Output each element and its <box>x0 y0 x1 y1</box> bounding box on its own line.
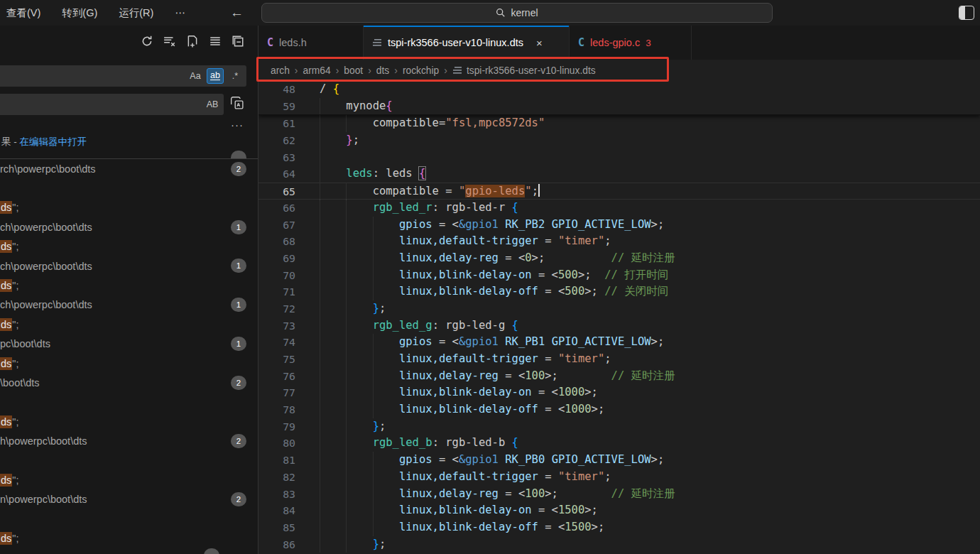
code-token: rgb_led_g <box>373 319 432 332</box>
search-result-match-row[interactable]: ds"; <box>0 354 258 373</box>
command-center-search[interactable]: kernel <box>261 3 773 23</box>
line-number: 66 <box>258 200 295 217</box>
regex-toggle[interactable]: .* <box>227 68 244 84</box>
breadcrumb-item-rockchip[interactable]: rockchip <box>403 65 439 76</box>
code-line-48[interactable]: 48/ { <box>258 81 980 98</box>
search-result-match-row[interactable]: ds"; <box>0 237 258 256</box>
line-number: 84 <box>258 502 295 519</box>
code-line-77[interactable]: 77 linux,blink-delay-on = <1000>; <box>258 384 980 401</box>
search-result-file-row[interactable]: ch\powerpc\boot\dts1 <box>0 217 258 237</box>
preserve-case-toggle[interactable]: AB <box>204 97 221 112</box>
search-result-file-row[interactable]: ch\powerpc\boot\dts1 <box>0 256 258 276</box>
menu-item-1[interactable]: 转到(G) <box>51 0 108 26</box>
replace-input[interactable]: AB <box>0 94 224 115</box>
code-token: = < <box>532 504 558 516</box>
search-result-match-row[interactable] <box>0 509 258 528</box>
search-result-match-row[interactable]: ds"; <box>0 276 258 295</box>
toggle-search-details-button[interactable]: ··· <box>231 122 244 128</box>
breadcrumb-file[interactable]: tspi-rk3566-user-v10-linux.dts <box>452 65 596 76</box>
menu-item-2[interactable]: 运行(R) <box>108 0 164 26</box>
match-case-toggle[interactable]: Aa <box>187 68 204 84</box>
code-line-59[interactable]: 59 mynode{ <box>258 98 980 115</box>
search-result-match-row[interactable]: ds"; <box>0 198 258 217</box>
search-result-file-row[interactable]: rch\powerpc\boot\dts2 <box>0 159 258 178</box>
code-line-67[interactable]: 67 gpios = <&gpio1 RK_PB2 GPIO_ACTIVE_LO… <box>258 217 980 234</box>
code-line-61[interactable]: 61 compatible="fsl,mpc8572ds" <box>258 115 980 132</box>
search-result-file-row[interactable]: ch\powerpc\boot\dts1 <box>0 295 258 315</box>
code-line-63[interactable]: 63 <box>258 149 980 166</box>
code-token: linux,blink-delay-on <box>399 504 532 516</box>
code-token: ; <box>532 185 538 197</box>
back-arrow-icon[interactable]: ← <box>230 5 244 21</box>
code-line-86[interactable]: 86 }; <box>258 536 980 553</box>
code-token: linux,default-trigger <box>399 352 538 365</box>
search-result-file-row[interactable]: n\powerpc\boot\dts2 <box>0 490 258 509</box>
result-file-path: ch\powerpc\boot\dts <box>0 299 92 310</box>
search-result-match-row[interactable]: ds"; <box>0 528 258 548</box>
open-in-editor-link[interactable]: 在编辑器中打开 <box>20 136 87 148</box>
c-file-icon: C <box>267 36 273 49</box>
search-result-match-row[interactable] <box>0 393 258 412</box>
code-line-81[interactable]: 81 gpios = <&gpio1 RK_PB0 GPIO_ACTIVE_LO… <box>258 452 980 469</box>
close-icon[interactable]: × <box>536 37 543 49</box>
code-line-80[interactable]: 80 rgb_led_b: rgb-led-b { <box>258 435 980 452</box>
code-line-74[interactable]: 74 gpios = <&gpio1 RK_PB1 GPIO_ACTIVE_LO… <box>258 334 980 351</box>
code-line-75[interactable]: 75 linux,default-trigger = "timer"; <box>258 351 980 368</box>
toggle-sidebar-layout-icon[interactable] <box>959 6 974 20</box>
code-line-70[interactable]: 70 linux,blink-delay-on = <500>; // 打开时间 <box>258 267 980 284</box>
collapse-all-icon[interactable] <box>232 35 244 48</box>
menu-item-3[interactable]: ⋯ <box>164 0 196 26</box>
tab-tspi-rk3566-user-v10-linux.dts[interactable]: tspi-rk3566-user-v10-linux.dts× <box>364 26 570 60</box>
breadcrumb-item-boot[interactable]: boot <box>344 65 363 76</box>
search-result-file-row[interactable]: \boot\dts2 <box>0 373 258 392</box>
indent-guide <box>373 351 399 368</box>
code-line-66[interactable]: 66 rgb_led_r: rgb-led-r { <box>258 200 980 217</box>
tab-leds.h[interactable]: Cleds.h <box>258 26 364 60</box>
breadcrumb-item-arm64[interactable]: arm64 <box>303 65 331 76</box>
code-token: linux,blink-delay-off <box>399 521 538 533</box>
code-line-79[interactable]: 79 }; <box>258 418 980 435</box>
breadcrumb-item-arch[interactable]: arch <box>271 65 290 76</box>
indent-guide <box>346 368 372 385</box>
search-result-match-row[interactable]: ds"; <box>0 412 258 431</box>
code-line-82[interactable]: 82 linux,default-trigger = "timer"; <box>258 469 980 486</box>
code-token: 1500 <box>558 504 584 516</box>
code-line-65[interactable]: 65 compatible = "gpio-leds"; <box>258 183 980 200</box>
breadcrumb-separator-icon: › <box>394 65 398 76</box>
code-line-84[interactable]: 84 linux,blink-delay-on = <1500>; <box>258 502 980 519</box>
code-line-85[interactable]: 85 linux,blink-delay-off = <1500>; <box>258 519 980 536</box>
code-token: : rgb-led-r <box>432 201 512 214</box>
text-cursor <box>538 184 540 197</box>
indent-guide <box>346 418 372 435</box>
search-input[interactable]: Aa ab .* <box>0 65 246 87</box>
code-line-69[interactable]: 69 linux,delay-reg = <0>; // 延时注册 <box>258 250 980 267</box>
code-token: 1000 <box>565 403 591 416</box>
search-result-match-row[interactable]: ds"; <box>0 470 258 489</box>
code-line-76[interactable]: 76 linux,delay-reg = <100>; // 延时注册 <box>258 368 980 385</box>
code-line-64[interactable]: 64 leds: leds { <box>258 165 980 183</box>
search-result-file-row[interactable]: h\powerpc\boot\dts2 <box>0 431 258 450</box>
new-search-editor-icon[interactable] <box>186 35 199 48</box>
view-as-list-icon[interactable] <box>209 35 222 48</box>
whole-word-toggle[interactable]: ab <box>207 68 224 84</box>
search-result-match-row[interactable]: ds"; <box>0 315 258 334</box>
code-line-71[interactable]: 71 linux,blink-delay-off = <500>; // 关闭时… <box>258 283 980 300</box>
search-result-match-row[interactable] <box>0 178 258 197</box>
clear-results-icon[interactable] <box>163 35 176 48</box>
breadcrumb: arch›arm64›boot›dts›rockchip›tspi-rk3566… <box>258 60 980 81</box>
result-file-path: h\powerpc\boot\dts <box>0 435 87 447</box>
code-line-68[interactable]: 68 linux,default-trigger = "timer"; <box>258 233 980 250</box>
code-line-83[interactable]: 83 linux,delay-reg = <100>; // 延时注册 <box>258 486 980 503</box>
replace-all-icon[interactable] <box>231 97 244 112</box>
breadcrumb-item-dts[interactable]: dts <box>376 65 389 76</box>
search-result-match-row[interactable] <box>0 451 258 470</box>
code-line-62[interactable]: 62 }; <box>258 132 980 149</box>
refresh-icon[interactable] <box>141 35 153 48</box>
search-result-file-row[interactable]: pc\boot\dts1 <box>0 335 258 354</box>
code-line-72[interactable]: 72 }; <box>258 300 980 317</box>
code-line-73[interactable]: 73 rgb_led_g: rgb-led-g { <box>258 317 980 335</box>
code-editor[interactable]: 48/ {59 mynode{ 61 compatible="fsl,mpc85… <box>258 81 980 554</box>
tab-leds-gpio.c[interactable]: Cleds-gpio.c3 <box>570 26 692 60</box>
code-line-78[interactable]: 78 linux,blink-delay-off = <1000>; <box>258 401 980 418</box>
menu-item-0[interactable]: 查看(V) <box>0 0 51 26</box>
